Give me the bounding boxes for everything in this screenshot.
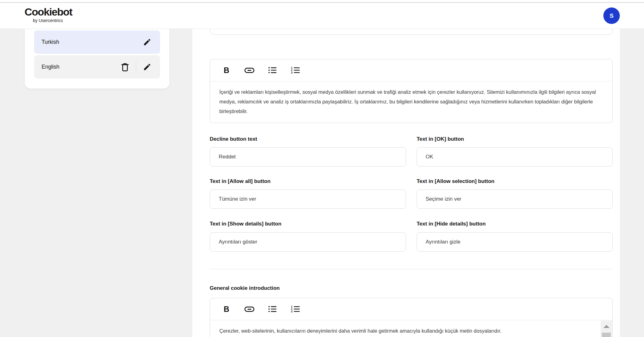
scrollbar-thumb[interactable] bbox=[602, 333, 611, 337]
avatar-initial: S bbox=[610, 12, 614, 19]
show-details-button-text-input[interactable] bbox=[210, 232, 406, 252]
user-avatar[interactable]: S bbox=[603, 7, 620, 24]
bulleted-list-icon[interactable] bbox=[267, 304, 277, 314]
bold-glyph: B bbox=[224, 305, 229, 314]
hide-details-button-text-label: Text in [Hide details] button bbox=[417, 221, 613, 227]
link-icon[interactable] bbox=[244, 65, 254, 75]
logo-subtitle: by Usercentrics bbox=[33, 18, 72, 23]
rich-text-toolbar: B 1 2 3 bbox=[210, 298, 612, 320]
cookiebot-dialog-settings-page: { "header": { "logo_title": "Cookiebot",… bbox=[0, 0, 644, 337]
bold-icon[interactable]: B bbox=[221, 304, 231, 314]
general-cookie-introduction-label: General cookie introduction bbox=[210, 285, 280, 291]
pencil-icon bbox=[143, 63, 151, 71]
ok-button-text-input[interactable] bbox=[417, 147, 613, 166]
allow-all-button-text-input[interactable] bbox=[210, 189, 406, 209]
language-list-card: Turkish English bbox=[25, 29, 169, 89]
app-header: Cookiebot by Usercentrics S bbox=[0, 0, 644, 29]
delete-language-button[interactable] bbox=[121, 63, 129, 71]
dialog-body-text-content[interactable]: İçeriği ve reklamları kişiselleştirmek, … bbox=[210, 81, 612, 116]
actions-separator bbox=[136, 60, 136, 74]
decline-button-text-label: Decline button text bbox=[210, 136, 406, 142]
hide-details-button-text-input[interactable] bbox=[417, 232, 613, 252]
logo-title: Cookiebot bbox=[25, 7, 72, 18]
numbered-list-icon[interactable]: 1 2 3 bbox=[290, 304, 300, 314]
allow-selection-button-text-label: Text in [Allow selection] button bbox=[417, 178, 613, 184]
editor-scrollbar[interactable] bbox=[601, 321, 612, 337]
show-details-button-text-label: Text in [Show details] button bbox=[210, 221, 406, 227]
edit-language-button[interactable] bbox=[143, 63, 151, 71]
bold-glyph: B bbox=[224, 66, 229, 75]
bulleted-list-icon[interactable] bbox=[267, 65, 277, 75]
trash-icon bbox=[121, 63, 129, 71]
edit-language-button[interactable] bbox=[143, 38, 151, 46]
language-label: English bbox=[42, 64, 59, 70]
language-label: Turkish bbox=[42, 39, 59, 45]
language-row-turkish[interactable]: Turkish bbox=[34, 30, 160, 54]
section-divider bbox=[210, 269, 613, 269]
link-icon[interactable] bbox=[244, 304, 254, 314]
allow-all-button-text-label: Text in [Allow all] button bbox=[210, 178, 406, 184]
ok-button-text-label: Text in [OK] button bbox=[417, 136, 613, 142]
cookiebot-logo: Cookiebot by Usercentrics bbox=[25, 7, 72, 23]
numbered-list-icon[interactable]: 1 2 3 bbox=[290, 65, 300, 75]
dialog-title-input-partial[interactable] bbox=[210, 29, 613, 35]
svg-text:3: 3 bbox=[291, 310, 293, 313]
general-cookie-introduction-editor: B 1 2 3 Çerezler, web-sitelerinin, kulla… bbox=[210, 298, 613, 337]
pencil-icon bbox=[143, 38, 151, 46]
scroll-up-arrow-icon[interactable] bbox=[603, 325, 610, 328]
decline-button-text-input[interactable] bbox=[210, 147, 406, 166]
bold-icon[interactable]: B bbox=[221, 65, 231, 75]
general-cookie-introduction-content[interactable]: Çerezler, web-sitelerinin, kullanıcıları… bbox=[210, 320, 612, 336]
allow-selection-button-text-input[interactable] bbox=[417, 189, 613, 209]
header-top-divider bbox=[0, 2, 644, 3]
language-row-english[interactable]: English bbox=[34, 55, 160, 79]
rich-text-toolbar: B 1 2 3 bbox=[210, 59, 612, 81]
dialog-translation-form-panel: Dialog body text B bbox=[192, 29, 620, 337]
dialog-body-rich-text-editor: B 1 2 3 İçeriği ve reklamları kişiselleş… bbox=[210, 59, 613, 123]
svg-text:3: 3 bbox=[291, 71, 293, 74]
